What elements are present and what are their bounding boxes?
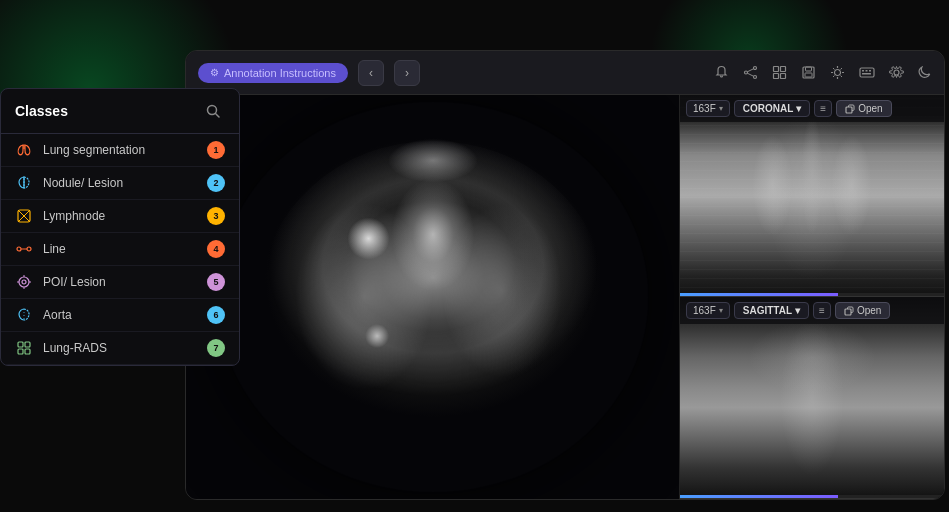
main-scan-view[interactable] xyxy=(186,95,679,499)
lung-rads-badge: 7 xyxy=(207,339,225,357)
sagittal-slice-value: 163F xyxy=(693,305,716,316)
coronal-open-btn[interactable]: Open xyxy=(836,100,891,117)
svg-point-21 xyxy=(745,71,748,74)
scan-canvas xyxy=(186,95,679,499)
svg-line-24 xyxy=(747,73,753,76)
lung-rads-icon xyxy=(15,339,33,357)
sagittal-slice-badge[interactable]: 163F ▾ xyxy=(686,302,730,319)
sagittal-menu-btn[interactable]: ≡ xyxy=(813,302,831,319)
class-item-lung-rads[interactable]: Lung-RADS 7 xyxy=(1,332,239,365)
svg-rect-31 xyxy=(805,73,812,77)
sagittal-view: 163F ▾ SAGITTAL ▾ ≡ Open xyxy=(680,297,944,499)
svg-point-20 xyxy=(754,67,757,70)
annotation-instructions-button[interactable]: Annotation Instructions xyxy=(198,63,348,83)
toolbar-icons xyxy=(714,65,932,80)
coronal-slice-badge[interactable]: 163F ▾ xyxy=(686,100,730,117)
class-item-line[interactable]: Line 4 xyxy=(1,233,239,266)
coronal-label: CORONAL xyxy=(743,103,794,114)
line-icon xyxy=(15,240,33,258)
svg-line-39 xyxy=(841,68,843,70)
svg-rect-18 xyxy=(18,349,23,354)
aorta-label: Aorta xyxy=(43,308,197,322)
classes-panel: Classes Lung segmentation 1 Nodule/ xyxy=(0,88,240,366)
share-icon[interactable] xyxy=(743,65,758,80)
coronal-open-label: Open xyxy=(858,103,882,114)
lung-seg-icon xyxy=(15,141,33,159)
class-item-lung-segmentation[interactable]: Lung segmentation 1 xyxy=(1,134,239,167)
nodule-badge: 2 xyxy=(207,174,225,192)
svg-point-7 xyxy=(27,247,31,251)
poi-label: POI/ Lesion xyxy=(43,275,197,289)
keyboard-icon[interactable] xyxy=(859,67,875,78)
svg-line-37 xyxy=(833,68,835,70)
sagittal-progress-bar xyxy=(680,495,944,498)
classes-title: Classes xyxy=(15,103,68,119)
grid-icon[interactable] xyxy=(772,65,787,80)
class-item-lymphnode[interactable]: Lymphnode 3 xyxy=(1,200,239,233)
sagittal-label-badge[interactable]: SAGITTAL ▾ xyxy=(734,302,809,319)
aorta-icon xyxy=(15,306,33,324)
class-item-nodule-lesion[interactable]: Nodule/ Lesion 2 xyxy=(1,167,239,200)
line-label: Line xyxy=(43,242,197,256)
aorta-badge: 6 xyxy=(207,306,225,324)
save-icon[interactable] xyxy=(801,65,816,80)
svg-rect-44 xyxy=(869,70,871,72)
svg-line-1 xyxy=(216,114,220,118)
sagittal-label: SAGITTAL xyxy=(743,305,792,316)
class-item-poi-lesion[interactable]: POI/ Lesion 5 xyxy=(1,266,239,299)
svg-line-40 xyxy=(833,76,835,78)
right-panel: 163F ▾ CORONAL ▾ ≡ Open xyxy=(679,95,944,499)
lung-seg-badge: 1 xyxy=(207,141,225,159)
class-item-aorta[interactable]: Aorta 6 xyxy=(1,299,239,332)
svg-rect-41 xyxy=(860,68,874,77)
settings-icon[interactable] xyxy=(889,65,904,80)
coronal-label-badge[interactable]: CORONAL ▾ xyxy=(734,100,811,117)
svg-line-23 xyxy=(747,69,753,72)
coronal-progress-bar xyxy=(680,293,944,296)
next-button[interactable]: › xyxy=(394,60,420,86)
svg-point-6 xyxy=(17,247,21,251)
svg-line-38 xyxy=(841,76,843,78)
sagittal-label-chevron: ▾ xyxy=(795,305,800,316)
coronal-label-chevron: ▾ xyxy=(796,103,801,114)
nodule-label: Nodule/ Lesion xyxy=(43,176,197,190)
svg-rect-19 xyxy=(25,349,30,354)
sagittal-progress-fill xyxy=(680,495,838,498)
brightness-icon[interactable] xyxy=(830,65,845,80)
nodule-icon xyxy=(15,174,33,192)
svg-rect-42 xyxy=(862,70,864,72)
sagittal-header: 163F ▾ SAGITTAL ▾ ≡ Open xyxy=(680,297,944,324)
search-icon[interactable] xyxy=(201,99,225,123)
poi-icon xyxy=(15,273,33,291)
moon-icon[interactable] xyxy=(918,66,932,80)
poi-badge: 5 xyxy=(207,273,225,291)
coronal-slice-chevron: ▾ xyxy=(719,104,723,113)
svg-point-9 xyxy=(19,277,29,287)
svg-rect-16 xyxy=(18,342,23,347)
sagittal-open-btn[interactable]: Open xyxy=(835,302,890,319)
svg-rect-26 xyxy=(781,67,786,72)
bell-icon[interactable] xyxy=(714,65,729,80)
prev-button[interactable]: ‹ xyxy=(358,60,384,86)
coronal-progress-fill xyxy=(680,293,838,296)
svg-rect-48 xyxy=(845,309,851,315)
lymphnode-icon xyxy=(15,207,33,225)
coronal-slice-value: 163F xyxy=(693,103,716,114)
svg-point-46 xyxy=(894,70,899,75)
svg-rect-28 xyxy=(781,74,786,79)
lung-rads-label: Lung-RADS xyxy=(43,341,197,355)
svg-point-32 xyxy=(835,70,841,76)
svg-point-22 xyxy=(754,76,757,79)
sagittal-slice-chevron: ▾ xyxy=(719,306,723,315)
classes-header: Classes xyxy=(1,89,239,134)
sagittal-scan-image xyxy=(680,297,944,498)
lymphnode-badge: 3 xyxy=(207,207,225,225)
svg-rect-27 xyxy=(774,74,779,79)
sagittal-open-label: Open xyxy=(857,305,881,316)
coronal-header: 163F ▾ CORONAL ▾ ≡ Open xyxy=(680,95,944,122)
svg-rect-45 xyxy=(862,73,871,75)
coronal-view: 163F ▾ CORONAL ▾ ≡ Open xyxy=(680,95,944,297)
lymphnode-label: Lymphnode xyxy=(43,209,197,223)
coronal-menu-btn[interactable]: ≡ xyxy=(814,100,832,117)
main-window: Annotation Instructions ‹ › xyxy=(185,50,945,500)
